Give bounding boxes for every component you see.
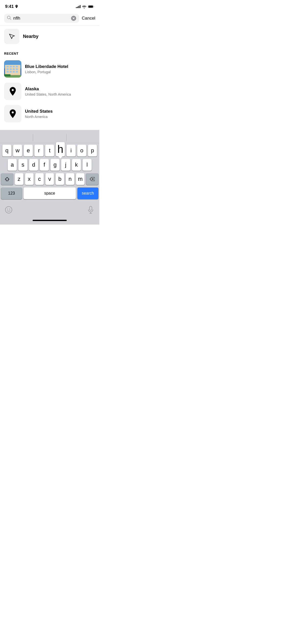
key-n[interactable]: n <box>66 173 74 185</box>
key-p[interactable]: p <box>88 145 97 156</box>
key-e[interactable]: e <box>24 145 33 156</box>
svg-rect-9 <box>16 66 18 67</box>
svg-rect-25 <box>89 206 92 210</box>
hotel-image <box>4 60 21 78</box>
nearby-label: Nearby <box>23 34 38 39</box>
wifi-icon <box>82 5 86 8</box>
svg-line-3 <box>10 19 11 20</box>
search-bar-container: Cancel <box>0 11 99 26</box>
key-z[interactable]: z <box>15 173 23 185</box>
clear-button[interactable] <box>71 16 76 21</box>
nearby-item[interactable]: Nearby <box>0 26 99 47</box>
svg-rect-12 <box>13 68 15 70</box>
battery-icon <box>88 5 94 8</box>
recent-item-hotel[interactable]: Blue Liberdade Hotel Lisbon, Portugal <box>0 58 99 80</box>
key-h[interactable]: h <box>56 142 65 156</box>
key-i[interactable]: i <box>66 145 76 156</box>
svg-rect-1 <box>88 6 93 8</box>
emoji-button[interactable] <box>4 205 14 215</box>
status-icons <box>76 5 94 8</box>
key-j[interactable]: j <box>61 159 70 171</box>
key-x[interactable]: x <box>25 173 34 185</box>
location-pin-icon-2 <box>9 109 17 118</box>
recent-sub-us: North America <box>25 115 95 119</box>
recent-name-hotel: Blue Liberdade Hotel <box>25 64 95 69</box>
key-b[interactable]: b <box>56 173 64 185</box>
navigation-arrow-icon <box>8 33 15 40</box>
svg-rect-14 <box>7 71 9 72</box>
predictive-item-1[interactable] <box>0 132 33 143</box>
svg-rect-15 <box>10 71 12 72</box>
key-f[interactable]: f <box>40 159 49 171</box>
svg-point-23 <box>7 209 8 210</box>
key-t[interactable]: t <box>45 145 54 156</box>
key-row-4: 123 space search <box>1 187 98 199</box>
key-row-1: q w e r t h i o p <box>1 145 98 156</box>
svg-rect-16 <box>13 71 15 72</box>
microphone-button[interactable] <box>86 205 96 215</box>
key-v[interactable]: v <box>45 173 54 185</box>
svg-rect-8 <box>13 66 15 67</box>
alaska-icon-box <box>4 83 21 100</box>
search-input-wrapper[interactable] <box>4 14 79 23</box>
key-q[interactable]: q <box>2 145 11 156</box>
svg-rect-19 <box>4 74 10 76</box>
keyboard-rows: q w e r t h i o p a s d f g j k l <box>0 143 99 203</box>
recent-info-us: United States North America <box>25 109 95 119</box>
recent-sub-alaska: United States, North America <box>25 92 95 96</box>
key-r[interactable]: r <box>34 145 44 156</box>
svg-rect-10 <box>7 68 9 70</box>
key-s[interactable]: s <box>18 159 28 171</box>
svg-point-2 <box>7 16 10 19</box>
key-numbers[interactable]: 123 <box>1 187 22 199</box>
svg-rect-11 <box>10 68 12 70</box>
key-l[interactable]: l <box>83 159 92 171</box>
svg-rect-17 <box>16 71 18 72</box>
location-pin-icon <box>9 87 17 96</box>
keyboard-bottom-row <box>0 203 99 216</box>
recent-section-header: RECENT <box>0 47 99 58</box>
recent-item-alaska[interactable]: Alaska United States, North America <box>0 80 99 103</box>
predictive-item-3[interactable] <box>66 132 99 143</box>
hotel-thumbnail <box>4 60 21 78</box>
status-bar: 9:41 <box>0 0 99 11</box>
recent-name-alaska: Alaska <box>25 86 95 92</box>
recent-info-alaska: Alaska United States, North America <box>25 86 95 96</box>
key-a[interactable]: a <box>8 159 17 171</box>
svg-rect-7 <box>10 66 12 67</box>
cancel-button[interactable]: Cancel <box>82 16 95 21</box>
keyboard: q w e r t h i o p a s d f g j k l <box>0 130 99 225</box>
key-search[interactable]: search <box>77 187 98 199</box>
key-c[interactable]: c <box>35 173 44 185</box>
recent-name-us: United States <box>25 109 95 114</box>
us-icon-box <box>4 105 21 122</box>
svg-rect-13 <box>16 68 18 70</box>
recent-section-title: RECENT <box>4 52 18 55</box>
location-active-icon <box>15 5 18 8</box>
status-time: 9:41 <box>5 4 14 9</box>
key-w[interactable]: w <box>13 145 22 156</box>
key-d[interactable]: d <box>29 159 38 171</box>
key-o[interactable]: o <box>77 145 86 156</box>
home-indicator <box>0 216 99 225</box>
key-g[interactable]: g <box>50 159 60 171</box>
svg-rect-6 <box>7 66 9 67</box>
search-input[interactable] <box>13 16 69 21</box>
recent-item-us[interactable]: United States North America <box>0 103 99 125</box>
key-row-2: a s d f g j k l <box>1 159 98 171</box>
recent-info-hotel: Blue Liberdade Hotel Lisbon, Portugal <box>25 64 95 74</box>
search-icon <box>7 16 11 21</box>
key-m[interactable]: m <box>76 173 85 185</box>
home-bar <box>33 220 67 221</box>
nearby-icon-box <box>4 29 19 44</box>
key-delete[interactable] <box>86 173 98 185</box>
key-shift[interactable] <box>1 173 13 185</box>
svg-point-22 <box>5 207 12 213</box>
svg-point-24 <box>9 209 10 210</box>
key-space[interactable]: space <box>23 187 76 199</box>
key-k[interactable]: k <box>72 159 81 171</box>
recent-sub-hotel: Lisbon, Portugal <box>25 70 95 74</box>
signal-icon <box>76 5 80 8</box>
predictive-item-2[interactable] <box>33 132 66 143</box>
predictive-bar <box>0 132 99 143</box>
